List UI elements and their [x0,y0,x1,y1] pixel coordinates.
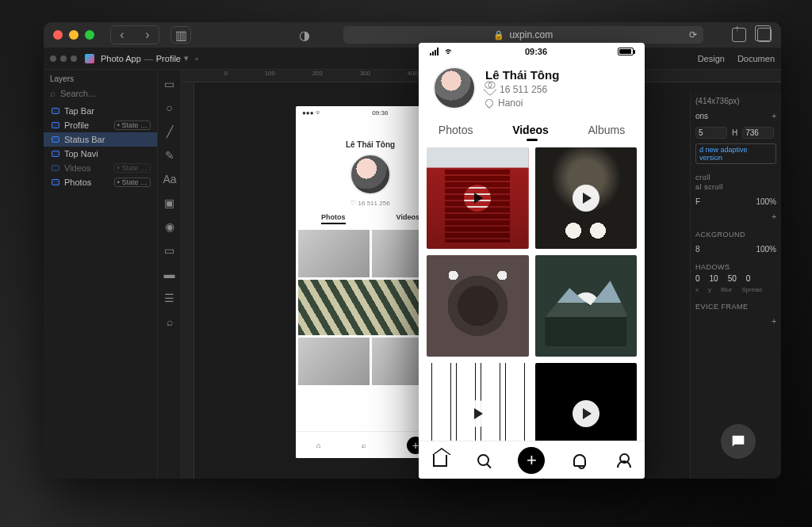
tab-photos[interactable]: Photos [435,119,477,141]
tabs-icon[interactable] [757,28,772,42]
battery-icon [618,48,634,55]
pin-icon [484,97,495,108]
safari-titlebar: ‹ › ▥ ◑ 🔒 uxpin.com ⟳ [44,22,781,48]
project-name[interactable]: Photo App [101,54,141,63]
address-text: uxpin.com [509,29,553,40]
play-icon[interactable] [464,400,491,427]
tool-line-icon[interactable]: ╱ [163,125,176,138]
phone-preview: ᯤ 09:36 Lê Thái Tông 16 511 256 Hanoi Ph… [419,43,645,479]
notifications-icon[interactable] [571,452,588,469]
home-icon[interactable] [431,452,449,469]
search-icon[interactable]: ⌕ [362,441,366,449]
tool-image-icon[interactable]: ▣ [163,197,176,209]
home-icon[interactable]: ⌂ [316,441,320,449]
play-icon[interactable] [573,185,599,212]
tool-text-icon[interactable]: Aa [163,173,176,185]
phone-time: 09:36 [525,47,547,56]
ab-tab-photos[interactable]: Photos [321,213,346,224]
zoom-window-icon[interactable] [85,30,94,40]
tab-albums[interactable]: Albums [584,119,628,141]
tool-pointer-icon[interactable]: ▭ [163,78,176,90]
video-tile[interactable] [427,147,529,249]
sidebar-toggle-icon[interactable]: ▥ [170,26,191,44]
safari-window: ‹ › ▥ ◑ 🔒 uxpin.com ⟳ + Photo App — Prof… [44,22,781,479]
lock-icon: 🔒 [493,30,504,40]
traffic-lights[interactable] [53,30,94,40]
play-icon[interactable] [573,292,599,319]
minimize-window-icon[interactable] [69,30,79,40]
avatar[interactable] [433,67,476,109]
layers-panel: Layers Tap Bar Profile• State … Status B… [44,70,158,479]
tab-videos[interactable]: Videos [509,119,552,141]
tool-hotspot-icon[interactable]: ◉ [163,220,176,233]
profile-tabs[interactable]: Photos Videos Albums [419,119,645,141]
height-input[interactable] [742,127,774,139]
profile-name: Lê Thái Tông [485,68,559,82]
properties-panel: (414x736px) ons+ H d new adaptive versio… [690,92,781,479]
tool-form-icon[interactable]: ☰ [163,292,176,304]
page-name[interactable]: Profile [156,54,181,63]
layer-photos[interactable]: Photos• State … [44,175,157,189]
share-icon[interactable] [732,28,746,42]
tool-rail: ▭ ○ ╱ ✎ Aa ▣ ◉ ▭ ▬ ☰ ⌕ [158,70,182,479]
layer-status-bar[interactable]: Status Bar [44,132,157,147]
ab-avatar [350,154,391,195]
search-icon[interactable] [475,452,492,469]
forward-icon[interactable]: › [136,26,159,44]
profile-header: Lê Thái Tông 16 511 256 Hanoi [419,60,645,114]
signal-wifi-icon: ᯤ [430,46,454,57]
support-chat-button[interactable] [721,424,756,459]
tool-button-icon[interactable]: ▭ [163,244,176,257]
add-button[interactable]: + [518,447,545,474]
layers-title: Layers [44,70,157,88]
heart-icon [484,82,497,96]
back-icon[interactable]: ‹ [111,26,133,44]
nav-back-forward[interactable]: ‹ › [110,25,159,44]
profile-icon[interactable] [615,452,632,469]
ab-tab-videos[interactable]: Videos [396,213,419,224]
tool-search-icon[interactable]: ⌕ [163,315,176,328]
play-icon[interactable] [464,185,491,212]
layer-tap-bar[interactable]: Tap Bar [44,104,157,118]
ab-time: 09:36 [372,109,388,116]
location-row: Hanoi [485,97,559,109]
video-grid [419,141,645,471]
phone-tabbar[interactable]: + [419,441,645,479]
width-input[interactable] [695,127,727,139]
ruler-vertical [182,82,194,479]
signal-icon: ●●● ᯤ [302,109,322,116]
add-icon[interactable]: + [772,212,776,221]
add-icon[interactable]: + [772,112,776,120]
play-icon[interactable] [573,400,599,427]
tool-circle-icon[interactable]: ○ [163,101,176,114]
close-window-icon[interactable] [53,30,63,40]
tool-input-icon[interactable]: ▬ [163,268,176,281]
layer-top-navi[interactable]: Top Navi [44,147,157,161]
uxpin-logo-icon [85,54,94,63]
play-icon[interactable] [464,292,491,319]
layers-search-input[interactable] [60,89,132,98]
video-tile[interactable] [535,147,638,249]
tab-document[interactable]: Documen [737,54,775,63]
uxpin-editor: Photo App — Profile ▾ ▫ Design Documen L… [44,48,781,479]
add-icon[interactable]: + [772,317,776,326]
viewport-size: (414x736px) [695,97,776,105]
tool-pen-icon[interactable]: ✎ [163,149,176,162]
editor-topbar: Photo App — Profile ▾ ▫ Design Documen [44,48,781,70]
adaptive-button[interactable]: d new adaptive version [695,143,776,164]
shield-icon[interactable]: ◑ [294,26,315,44]
address-bar[interactable]: 🔒 uxpin.com ⟳ [343,26,703,44]
reload-icon[interactable]: ⟳ [689,29,697,40]
layers-search[interactable] [50,88,151,99]
likes-row: 16 511 256 [485,84,559,95]
phone-status-bar: ᯤ 09:36 [419,43,645,60]
layer-profile[interactable]: Profile• State … [44,118,157,132]
tab-design[interactable]: Design [698,54,725,63]
video-tile[interactable] [535,255,638,357]
layer-videos[interactable]: Videos• State … [44,161,157,175]
video-tile[interactable] [427,255,529,357]
